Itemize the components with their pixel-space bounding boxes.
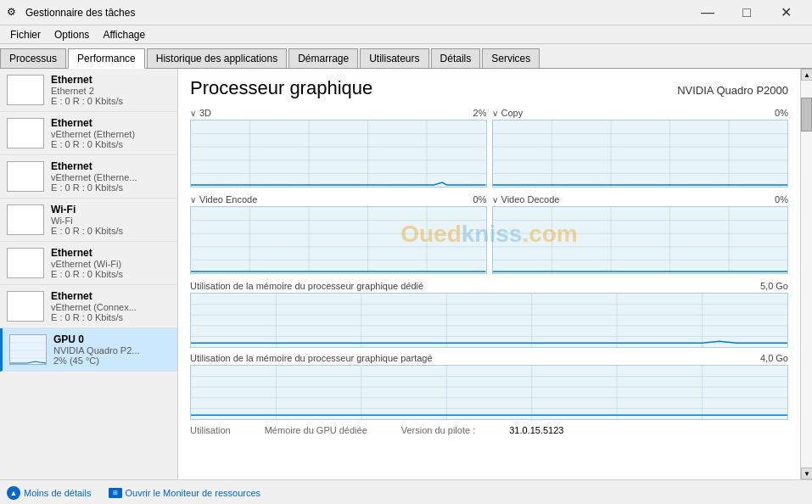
graph-3d-label-left: ∨ 3D <box>190 108 211 118</box>
graph-vdecode-box <box>492 206 789 274</box>
sidebar-info-ethernet5: Ethernet vEthernet (Connex... E : 0 R : … <box>51 290 171 322</box>
graph-copy-box <box>492 120 789 188</box>
chevron-vdecode: ∨ <box>492 195 498 204</box>
graph-mem-shared-value: 4,0 Go <box>760 353 788 363</box>
graph-vencode-label-row: ∨ Video Encode 0% <box>190 194 487 204</box>
sidebar-name-wifi: Wi-Fi <box>51 204 171 216</box>
close-button[interactable]: ✕ <box>766 0 805 25</box>
gpu-model: NVIDIA Quadro P2000 <box>677 84 788 97</box>
sidebar-item-ethernet3[interactable]: Ethernet vEthernet (Etherne... E : 0 R :… <box>0 155 177 199</box>
scrollbar-track[interactable] <box>801 81 812 468</box>
graph-copy: ∨ Copy 0% <box>492 108 789 188</box>
sidebar-thumb-wifi <box>7 204 44 235</box>
tab-performance[interactable]: Performance <box>68 48 145 69</box>
content-panel: Processeur graphique NVIDIA Quadro P2000… <box>178 69 800 479</box>
sidebar-thumb-ethernet3 <box>7 161 44 192</box>
sidebar-item-ethernet1[interactable]: Ethernet Ethernet 2 E : 0 R : 0 Kbits/s <box>0 69 177 112</box>
scrollbar-thumb[interactable] <box>801 98 812 132</box>
graph-3d-box <box>190 120 487 188</box>
menu-fichier[interactable]: Fichier <box>3 27 48 42</box>
graph-mem-shared-label-row: Utilisation de la mémoire du processeur … <box>190 353 788 363</box>
less-details-label: Moins de détails <box>24 488 92 498</box>
graph-3d: ∨ 3D 2% <box>190 108 487 188</box>
bottom-pilote: Version du pilote : <box>401 425 475 435</box>
sidebar-sub2-ethernet4: E : 0 R : 0 Kbits/s <box>51 269 171 279</box>
sidebar-item-gpu0[interactable]: GPU 0 NVIDIA Quadro P2... 2% (45 °C) <box>0 328 177 372</box>
sidebar-sub2-ethernet2: E : 0 R : 0 Kbits/s <box>51 139 171 149</box>
tab-utilisateurs[interactable]: Utilisateurs <box>360 48 428 68</box>
sidebar-name-ethernet3: Ethernet <box>51 160 171 172</box>
sidebar-name-ethernet5: Ethernet <box>51 290 171 302</box>
app-icon: ⚙ <box>7 6 20 20</box>
menu-options[interactable]: Options <box>48 27 96 42</box>
sidebar-item-ethernet2[interactable]: Ethernet vEthernet (Ethernet) E : 0 R : … <box>0 112 177 155</box>
sidebar-info-ethernet3: Ethernet vEthernet (Etherne... E : 0 R :… <box>51 160 171 193</box>
graph-mem-shared-box <box>190 365 788 420</box>
bottom-mem-dediee: Mémoire du GPU dédiée <box>265 425 367 435</box>
graph-vencode-label: Video Encode <box>199 194 257 204</box>
graph-mem-dedicated: Utilisation de la mémoire du processeur … <box>190 281 788 348</box>
open-monitor-btn[interactable]: ⊞ Ouvrir le Moniteur de ressources <box>109 488 261 498</box>
bottom-pilote-value: 31.0.15.5123 <box>509 425 563 435</box>
sidebar-thumb-ethernet1 <box>7 75 44 105</box>
svg-rect-31 <box>493 207 788 273</box>
sidebar-sub1-ethernet5: vEthernet (Connex... <box>51 302 171 312</box>
graph-vdecode-value: 0% <box>775 194 788 204</box>
sidebar-info-ethernet1: Ethernet Ethernet 2 E : 0 R : 0 Kbits/s <box>51 74 171 106</box>
scroll-down-arrow[interactable]: ▼ <box>801 468 812 479</box>
maximize-button[interactable]: □ <box>727 0 766 25</box>
graph-vdecode-label-row: ∨ Video Decode 0% <box>492 194 789 204</box>
tab-details[interactable]: Détails <box>431 48 481 68</box>
svg-rect-51 <box>191 366 787 419</box>
svg-rect-13 <box>493 120 788 187</box>
sidebar-name-gpu0: GPU 0 <box>53 333 171 345</box>
sidebar-name-ethernet1: Ethernet <box>51 74 171 86</box>
window-title: Gestionnaire des tâches <box>25 7 688 19</box>
right-scrollbar[interactable]: ▲ ▼ <box>800 69 812 479</box>
sidebar-info-ethernet2: Ethernet vEthernet (Ethernet) E : 0 R : … <box>51 117 171 149</box>
sidebar-item-ethernet4[interactable]: Ethernet vEthernet (Wi-Fi) E : 0 R : 0 K… <box>0 242 177 285</box>
tab-demarrage[interactable]: Démarrage <box>288 48 358 68</box>
sidebar-info-wifi: Wi-Fi Wi-Fi E : 0 R : 0 Kbits/s <box>51 204 171 236</box>
chevron-copy: ∨ <box>492 109 498 118</box>
graph-3d-value: 2% <box>473 108 487 118</box>
sidebar-item-wifi[interactable]: Wi-Fi Wi-Fi E : 0 R : 0 Kbits/s <box>0 199 177 242</box>
tab-historique[interactable]: Historique des applications <box>147 48 287 68</box>
tab-services[interactable]: Services <box>482 48 540 68</box>
main-area: Ethernet Ethernet 2 E : 0 R : 0 Kbits/s … <box>0 69 812 479</box>
monitor-icon: ⊞ <box>109 488 122 498</box>
sidebar: Ethernet Ethernet 2 E : 0 R : 0 Kbits/s … <box>0 69 178 479</box>
minimize-button[interactable]: — <box>688 0 727 25</box>
sidebar-thumb-ethernet2 <box>7 118 44 148</box>
sidebar-sub1-ethernet4: vEthernet (Wi-Fi) <box>51 259 171 269</box>
sidebar-sub2-gpu0: 2% (45 °C) <box>53 356 171 366</box>
tab-bar: Processus Performance Historique des app… <box>0 44 812 69</box>
less-details-icon: ▲ <box>7 486 20 500</box>
graph-vencode-box <box>190 206 487 274</box>
middle-graphs-grid: ∨ Video Encode 0% <box>190 194 788 274</box>
sidebar-sub2-ethernet5: E : 0 R : 0 Kbits/s <box>51 312 171 322</box>
bottom-pilote-number: 31.0.15.5123 <box>509 425 563 435</box>
graph-vdecode-label: Video Decode <box>501 194 560 204</box>
gpu-header: Processeur graphique NVIDIA Quadro P2000 <box>190 77 788 99</box>
tab-processus[interactable]: Processus <box>0 48 66 68</box>
svg-rect-4 <box>191 120 486 187</box>
graph-mem-shared-label: Utilisation de la mémoire du processeur … <box>190 353 433 363</box>
less-details-btn[interactable]: ▲ Moins de détails <box>7 486 92 500</box>
sidebar-sub2-wifi: E : 0 R : 0 Kbits/s <box>51 226 171 236</box>
graph-3d-label-row: ∨ 3D 2% <box>190 108 487 118</box>
sidebar-thumb-ethernet5 <box>7 291 44 322</box>
scroll-up-arrow[interactable]: ▲ <box>801 69 812 81</box>
bottom-utilisation-label: Utilisation <box>190 425 231 435</box>
graph-mem-dedicated-box <box>190 293 788 348</box>
menu-affichage[interactable]: Affichage <box>96 27 152 42</box>
sidebar-sub1-wifi: Wi-Fi <box>51 216 171 226</box>
graph-3d-label: 3D <box>199 108 211 118</box>
graph-mem-dedicated-label: Utilisation de la mémoire du processeur … <box>190 281 423 291</box>
bottom-utilisation: Utilisation <box>190 425 231 435</box>
sidebar-thumb-gpu0 <box>9 334 47 365</box>
graph-video-decode: ∨ Video Decode 0% <box>492 194 789 274</box>
sidebar-sub1-gpu0: NVIDIA Quadro P2... <box>53 345 171 356</box>
sidebar-item-ethernet5[interactable]: Ethernet vEthernet (Connex... E : 0 R : … <box>0 285 177 328</box>
bottom-pilote-label: Version du pilote : <box>401 425 475 435</box>
